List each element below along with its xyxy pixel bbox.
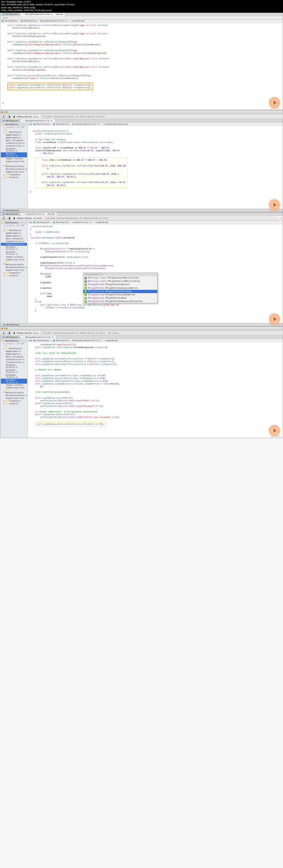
code-editor[interactable]: - (void)viewDidLayoutSubviews { [super v… [28, 126, 283, 209]
file-item[interactable]: AppDelegate.m [1, 136, 27, 139]
project-header[interactable]: 📁 Marketplace [1, 339, 27, 342]
file-item[interactable]: ViewController.m [1, 243, 27, 246]
stop-button[interactable]: ■ [7, 332, 11, 335]
file-item[interactable]: AppDelegate.h [1, 350, 27, 353]
group-item[interactable]: ▼📁 Frameworks [1, 272, 27, 274]
file-item[interactable]: AppDelegate.h [1, 133, 27, 136]
tab-active[interactable]: mViewController.m — Edited [21, 213, 57, 216]
disclosure-icon[interactable]: ▼ [4, 275, 5, 277]
disclosure-icon[interactable]: ▼ [4, 400, 5, 402]
scheme-selector[interactable]: 📱 iPhone Retina (4-i… [13, 332, 39, 334]
project-header[interactable]: 📁 Marketplace [1, 123, 27, 126]
fwd-icon[interactable]: ▶ [31, 123, 32, 125]
breadcrumb[interactable]: ◀▶ Marketplace › Marketplace › ViewContr… [28, 221, 283, 224]
file-item[interactable]: MyLogInV…ntroller.m [1, 251, 27, 255]
window-controls[interactable] [1, 111, 8, 114]
crumb[interactable]: Marketplace [56, 339, 69, 342]
autocomplete-item[interactable]: VNSString *const PFLogInCancelNotificati… [83, 276, 157, 280]
group-item[interactable]: ▼📁 Products [1, 274, 27, 277]
crumb[interactable]: Marketplace [37, 339, 50, 342]
crumb[interactable]: Marketplace [56, 221, 69, 223]
autocomplete-item[interactable]: KPFLogInFields PFLogInFieldsPasswordForg… [83, 300, 157, 303]
file-item[interactable]: Supporting Files [1, 397, 27, 400]
tab-bottom[interactable]: Marketplace [0, 323, 22, 326]
zoom-icon[interactable] [6, 111, 7, 113]
window-controls[interactable] [1, 327, 8, 330]
autocomplete-item[interactable]: KPFLogInFields PFLogInFieldsLogInButton [83, 293, 157, 297]
autocomplete-item[interactable]: VNSString *const PFLogInFailureNotificat… [83, 280, 157, 283]
run-button[interactable]: ▶ [2, 332, 6, 335]
tab-mylogin[interactable]: mMyLogInViewController.m — Edited [21, 13, 65, 16]
play-icon[interactable] [269, 199, 280, 210]
disclosure-icon[interactable]: ▼ [4, 391, 5, 393]
close-icon[interactable] [1, 328, 3, 329]
autocomplete-item[interactable]: KPFLogInFields PFLogInFieldsDismissButto… [83, 286, 157, 290]
crumb[interactable]: -viewDidLoad [70, 20, 85, 22]
crumb[interactable]: Marketplace [24, 20, 37, 22]
breadcrumb[interactable]: ◀▶ Marketplace › Marketplace › MySignUpV… [28, 339, 283, 342]
disclosure-icon[interactable]: ▼ [4, 229, 5, 231]
minimize-icon[interactable] [4, 328, 5, 329]
tab-marketplace[interactable]: Marketplace [0, 213, 21, 216]
crumb[interactable]: ViewController.m [72, 221, 91, 223]
file-item[interactable]: AppDelegate.h [1, 232, 27, 235]
group-item[interactable]: ▼📁 Marketplace [1, 229, 27, 232]
crumb[interactable]: -viewDidLoad [104, 339, 118, 342]
file-item[interactable]: MyLogInV…ntroller.h [1, 147, 27, 152]
disclosure-icon[interactable]: ▼ [4, 348, 5, 350]
file-item[interactable]: ViewController.m [1, 361, 27, 364]
play-icon[interactable] [269, 97, 280, 108]
crumb[interactable]: MyLogInViewController.m [40, 20, 67, 22]
tab-active[interactable]: mMyLogInViewController.m [21, 119, 55, 122]
file-item[interactable]: Main.storyboard [1, 355, 27, 358]
issue-indicator[interactable]: ⚠ 1 [278, 217, 281, 219]
tab-marketplace[interactable]: Marketplace [0, 119, 21, 122]
run-button[interactable]: ▶ [2, 217, 6, 220]
file-item[interactable]: Images.xcassets [1, 255, 27, 258]
crumb[interactable]: Marketplace [56, 123, 69, 125]
autocomplete-popup[interactable]: PFFacebookUtilsVNSString *const PFLogInC… [83, 273, 157, 303]
crumb[interactable]: Marketplace [37, 123, 50, 125]
file-item[interactable]: ViewController.m [1, 145, 27, 147]
group-item[interactable]: ▼📁 MarketplaceTests [1, 163, 27, 168]
scheme-selector[interactable]: 📱 iPhone Retina (4-inch) [13, 217, 42, 219]
file-item[interactable]: MyLogInV…ntroller.h [1, 246, 27, 251]
group-item[interactable]: ▼📁 Frameworks [1, 173, 27, 176]
play-icon[interactable] [269, 313, 280, 324]
back-icon[interactable]: ◀ [2, 16, 5, 19]
group-item[interactable]: ▼📁 MarketplaceTests [1, 261, 27, 266]
file-item[interactable]: MarketplaceTests.m [1, 394, 27, 397]
tab-active[interactable]: mMySignUpViewController.m [21, 336, 56, 339]
file-item[interactable]: Main.storyboard [1, 237, 27, 240]
file-item[interactable]: Images.xcassets [1, 384, 27, 386]
file-item[interactable]: MyLogInV…ntroller.m [1, 369, 27, 374]
history-nav[interactable]: ◀▶ [2, 16, 8, 19]
file-item[interactable]: ViewController.h [1, 240, 27, 243]
file-item[interactable]: MarketplaceTests.m [1, 266, 27, 269]
file-item[interactable]: MarketplaceTests.m [1, 168, 27, 170]
crumb[interactable]: MySignUpViewController.m [72, 339, 100, 342]
file-item[interactable]: MyLogInV…ntroller.h [1, 364, 27, 369]
crumb[interactable]: -viewDidLoad [94, 221, 108, 223]
project-header[interactable]: 📁 Marketplace [1, 221, 27, 224]
crumb[interactable]: MyLogInViewController.m [72, 123, 99, 125]
disclosure-icon[interactable]: ▼ [4, 131, 5, 133]
group-item[interactable]: ▼📁 Frameworks [1, 400, 27, 402]
disclosure-icon[interactable]: ▼ [4, 272, 5, 274]
breadcrumb[interactable]: Marketplace › Marketplace › MyLogInViewC… [0, 20, 283, 23]
fwd-icon[interactable]: ▶ [5, 16, 8, 19]
navigator[interactable]: 📁 Marketplace2 targets, iOS SDK 7.1▼📁 Ma… [0, 123, 28, 209]
minimize-icon[interactable] [4, 111, 5, 113]
group-item[interactable]: ▼📁 MarketplaceTests [1, 389, 27, 394]
group-item[interactable]: ▼📁 Marketplace [1, 347, 27, 350]
disclosure-icon[interactable]: ▼ [4, 164, 5, 166]
tab-bottom[interactable]: Marketplace [0, 209, 22, 212]
tab-marketplace[interactable]: Marketplace [0, 336, 21, 339]
file-item[interactable]: MySignUp…ntroller.m [1, 379, 27, 384]
code-editor[interactable]: imageNamed:@"inputFields3"]]; [self.sign… [28, 342, 283, 438]
file-item[interactable]: AppDelegate.m [1, 235, 27, 237]
crumb[interactable]: Marketplace [5, 20, 18, 22]
back-icon[interactable]: ◀ [29, 339, 30, 342]
file-item[interactable]: AppDelegate.m [1, 353, 27, 355]
file-item[interactable]: ViewController.h [1, 358, 27, 361]
